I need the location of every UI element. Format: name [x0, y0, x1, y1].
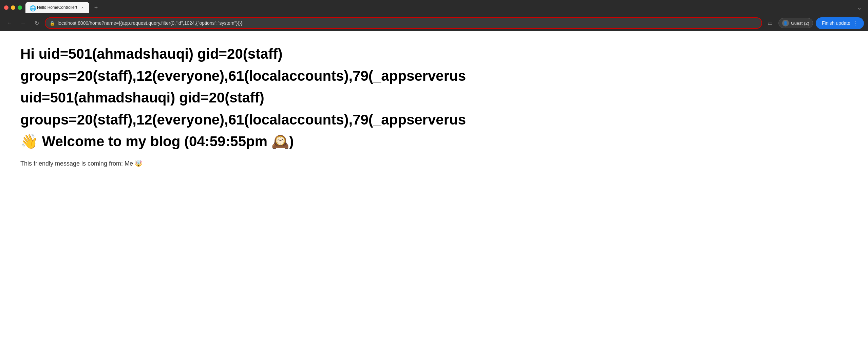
profile-button[interactable]: 👤 Guest (2) [778, 18, 813, 28]
tab-favicon-icon: 🌐 [30, 5, 34, 10]
back-button[interactable]: ← [4, 18, 15, 28]
window-controls [4, 5, 22, 10]
nav-bar: ← → ↻ 🔒 ▭ 👤 Guest (2) Finish update ⋮ [0, 15, 868, 31]
finish-update-menu-dots-icon: ⋮ [852, 20, 858, 26]
content-line1: Hi uid=501(ahmadshauqi) gid=20(staff) [20, 45, 848, 63]
reload-icon: ↻ [35, 20, 39, 26]
content-line4: groups=20(staff),12(everyone),61(localac… [20, 111, 848, 129]
finish-update-label: Finish update [822, 20, 850, 26]
reload-button[interactable]: ↻ [31, 18, 42, 28]
content-line3: uid=501(ahmadshauqi) gid=20(staff) [20, 89, 848, 107]
content-welcome: 👋 Welcome to my blog (04:59:55pm 🕰️) [20, 132, 848, 151]
close-button[interactable] [4, 5, 8, 10]
new-tab-button[interactable]: + [91, 3, 101, 12]
minimize-button[interactable] [11, 5, 15, 10]
address-input[interactable] [58, 20, 757, 26]
content-line2: groups=20(staff),12(everyone),61(localac… [20, 67, 848, 86]
sidebar-icon: ▭ [768, 20, 773, 26]
sidebar-toggle-button[interactable]: ▭ [765, 18, 776, 28]
back-icon: ← [7, 20, 12, 26]
profile-avatar-icon: 👤 [782, 20, 789, 26]
lock-icon: 🔒 [50, 21, 55, 26]
profile-label: Guest (2) [791, 21, 809, 26]
content-message: This friendly message is coming from: Me… [20, 159, 848, 168]
tab-bar: 🌐 Hello HomeController! × + [25, 2, 851, 13]
browser-window: 🌐 Hello HomeController! × + ⌄ ← → ↻ 🔒 ▭ [0, 0, 868, 361]
forward-icon: → [20, 20, 26, 26]
address-bar-container: 🔒 [45, 17, 762, 29]
maximize-button[interactable] [18, 5, 22, 10]
tab-close-button[interactable]: × [80, 5, 85, 10]
tab-title: Hello HomeController! [37, 5, 77, 10]
active-tab[interactable]: 🌐 Hello HomeController! × [25, 2, 89, 13]
title-bar: 🌐 Hello HomeController! × + ⌄ [0, 0, 868, 15]
browser-dropdown-button[interactable]: ⌄ [854, 3, 864, 12]
finish-update-button[interactable]: Finish update ⋮ [816, 17, 864, 29]
forward-button[interactable]: → [18, 18, 29, 28]
browser-actions: ▭ 👤 Guest (2) Finish update ⋮ [765, 17, 864, 29]
page-content: Hi uid=501(ahmadshauqi) gid=20(staff) gr… [0, 31, 868, 361]
